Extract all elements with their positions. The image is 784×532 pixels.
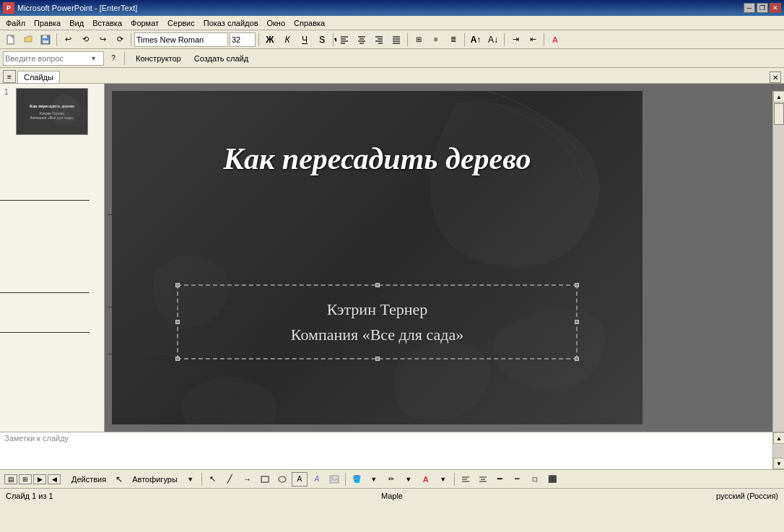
notes-placeholder: Заметки к слайду — [4, 434, 69, 442]
search-help-button[interactable]: ? — [105, 51, 121, 66]
menu-insert[interactable]: Вставка — [88, 17, 126, 29]
handle-bl[interactable] — [175, 357, 180, 361]
menu-format[interactable]: Формат — [126, 17, 163, 29]
numbering-button[interactable]: ≡ — [428, 32, 444, 47]
notes-field[interactable]: Заметки к слайду — [0, 432, 772, 469]
back-button[interactable]: ◀ — [48, 474, 61, 484]
panel-close-button[interactable]: ✕ — [770, 71, 781, 83]
slide-list: 1 Как пересадить дерево Кэтрин Тернер Ко… — [0, 84, 105, 432]
designer-button[interactable]: Конструктор — [131, 51, 186, 66]
scroll-up-button[interactable]: ▲ — [773, 91, 784, 103]
shadow-button[interactable]: S — [314, 32, 330, 47]
increase-font-button[interactable]: A↑ — [468, 32, 484, 47]
align-left-button[interactable] — [336, 32, 352, 47]
align-left-draw[interactable] — [458, 472, 474, 487]
search-arrow-icon[interactable]: ▼ — [90, 55, 97, 62]
autoshapes-button[interactable]: Автофигуры — [129, 472, 181, 487]
vertical-scrollbar[interactable]: ▲ ▼ — [772, 91, 784, 432]
3d-button[interactable]: ⬛ — [544, 472, 560, 487]
open-button[interactable] — [20, 32, 36, 47]
font-name-combo[interactable]: ▼ — [134, 32, 228, 47]
actions-button[interactable]: Действия — [68, 472, 110, 487]
bold-button[interactable]: Ж — [262, 32, 278, 47]
autoshapes-arrow[interactable]: ▼ — [183, 472, 199, 487]
app-icon: P — [3, 2, 14, 14]
fill-color-arrow[interactable]: ▼ — [366, 472, 382, 487]
minimize-button[interactable]: ─ — [744, 3, 755, 13]
handle-tm[interactable] — [375, 283, 380, 287]
handle-mr[interactable] — [575, 320, 579, 324]
italic-button[interactable]: К — [279, 32, 295, 47]
columns-button[interactable]: ⊞ — [411, 32, 427, 47]
separator5 — [407, 33, 408, 46]
outline-icon[interactable]: ≡ — [3, 70, 16, 83]
shadow-style-button[interactable]: □ — [527, 472, 543, 487]
notes-scroll-down[interactable]: ▼ — [773, 458, 784, 469]
slide-subtitle-box[interactable]: Кэтрин Тернер Компания «Все для сада» — [177, 284, 578, 359]
dash-style-button[interactable]: ┅ — [510, 472, 526, 487]
rect-button[interactable] — [257, 472, 273, 487]
redo-button[interactable]: ↪ — [95, 32, 110, 47]
arrow-button[interactable]: → — [240, 472, 256, 487]
handle-bm[interactable] — [375, 357, 380, 361]
decrease-font-button[interactable]: A↓ — [485, 32, 501, 47]
cursor-button[interactable]: ↖ — [205, 472, 221, 487]
slide-canvas[interactable]: Как пересадить дерево Кэтрин Тернер Комп… — [112, 91, 643, 424]
menu-view[interactable]: Вид — [65, 17, 88, 29]
font-color-button[interactable]: A — [547, 32, 563, 47]
scroll-thumb[interactable] — [774, 103, 784, 125]
textbox-button[interactable]: A — [292, 472, 308, 487]
separator3 — [258, 33, 259, 46]
handle-br[interactable] — [575, 357, 579, 361]
indent-increase-button[interactable]: ⇥ — [508, 32, 523, 47]
save-button[interactable] — [38, 32, 53, 47]
font-color-arrow2[interactable]: ▼ — [435, 472, 451, 487]
bullets-button[interactable]: ≣ — [445, 32, 461, 47]
underline-button[interactable]: Ч — [297, 32, 313, 47]
handle-tr[interactable] — [575, 283, 579, 287]
new-button[interactable] — [3, 32, 19, 47]
menu-help[interactable]: Справка — [289, 17, 329, 29]
menu-edit[interactable]: Правка — [30, 17, 65, 29]
separator-draw — [201, 473, 202, 486]
slides-tab[interactable]: Слайды — [17, 71, 60, 83]
close-button[interactable]: ✕ — [770, 3, 781, 13]
menu-window[interactable]: Окно — [263, 17, 290, 29]
indent-decrease-button[interactable]: ⇤ — [525, 32, 541, 47]
insert-picture-button[interactable] — [326, 472, 342, 487]
select-button[interactable]: ↖ — [111, 472, 127, 487]
wordart-button[interactable]: A — [309, 472, 325, 487]
undo-button[interactable]: ↩ — [60, 32, 76, 47]
line-button[interactable]: ╱ — [222, 472, 238, 487]
notes-scroll-up[interactable]: ▲ — [773, 432, 784, 444]
fill-color-button[interactable]: 🪣 — [349, 472, 365, 487]
slide-list-item[interactable]: 1 Как пересадить дерево Кэтрин Тернер Ко… — [3, 87, 101, 136]
handle-ml[interactable] — [175, 320, 180, 324]
slide-sorter-button[interactable]: ⊞ — [19, 474, 32, 484]
menu-slideshow[interactable]: Показ слайдов — [199, 17, 263, 29]
align-center-button[interactable] — [354, 32, 370, 47]
undo-arrow[interactable]: ⟲ — [77, 32, 93, 47]
slideshow-button[interactable]: ▶ — [33, 474, 46, 484]
normal-view-button[interactable]: ▤ — [4, 474, 17, 484]
notes-scrollbar[interactable]: ▲ ▼ — [772, 432, 784, 469]
font-size-combo[interactable]: ▼ — [230, 32, 256, 47]
create-slide-button[interactable]: Создать слайд — [189, 51, 253, 66]
align-right-button[interactable] — [371, 32, 387, 47]
oval-button[interactable] — [274, 472, 290, 487]
line-style-button[interactable]: ━ — [492, 472, 508, 487]
justify-button[interactable] — [388, 32, 404, 47]
line-color-arrow[interactable]: ▼ — [401, 472, 417, 487]
menu-tools[interactable]: Сервис — [163, 17, 199, 29]
menu-file[interactable]: Файл — [1, 17, 30, 29]
search-input[interactable] — [4, 54, 90, 63]
redo-arrow[interactable]: ⟳ — [112, 32, 128, 47]
restore-button[interactable]: ❐ — [757, 3, 768, 13]
handle-tl[interactable] — [175, 283, 180, 287]
align-center-draw[interactable] — [475, 472, 491, 487]
font-name-input[interactable] — [136, 35, 236, 44]
slide-thumbnail[interactable]: Как пересадить дерево Кэтрин Тернер Комп… — [16, 88, 88, 135]
font-color-btn2[interactable]: A — [418, 472, 434, 487]
line-color-button[interactable]: ✏ — [383, 472, 399, 487]
search-box[interactable]: ▼ — [3, 51, 104, 66]
